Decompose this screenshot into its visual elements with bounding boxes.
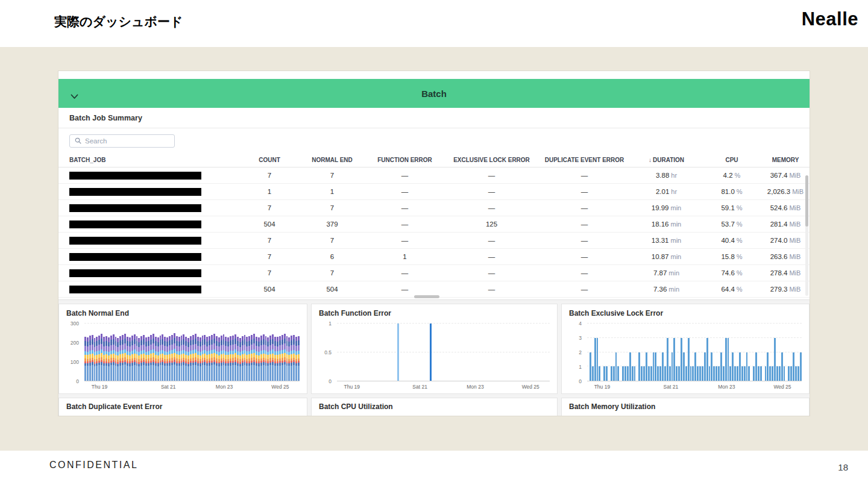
bar-segment	[251, 354, 253, 358]
bar-segment	[153, 343, 154, 349]
chart-bar	[298, 336, 300, 381]
bar-segment	[150, 345, 152, 350]
bar-segment	[176, 354, 178, 358]
chart-bar	[800, 352, 802, 381]
chart-body: 01234 Thu 19Sat 21Mon 23Wed 25	[562, 320, 809, 393]
bar-segment	[221, 366, 222, 381]
column-header-cpu[interactable]: CPU	[702, 152, 761, 167]
bar-segment	[200, 342, 201, 346]
chart-bar	[632, 366, 634, 381]
column-header-duration[interactable]: ↓DURATION	[631, 152, 702, 167]
bar-segment	[176, 336, 178, 340]
bar-segment	[281, 345, 283, 350]
bar-segment	[169, 336, 171, 340]
chart-panel-batch-normal-end[interactable]: Batch Normal End 0100200300 Thu 19Sat 21…	[58, 304, 307, 394]
bar-segment	[171, 340, 173, 345]
bar-segment	[155, 341, 157, 346]
column-header-batch-job[interactable]: BATCH_JOB	[58, 152, 239, 167]
bars-container	[587, 324, 802, 381]
collapse-chevron-icon[interactable]	[71, 91, 78, 102]
search-box[interactable]	[69, 134, 175, 148]
column-header-function-error[interactable]: FUNCTION ERROR	[365, 152, 445, 167]
chart-bar	[211, 335, 213, 381]
bar-segment	[162, 334, 163, 339]
chart-panel-batch-function-error[interactable]: Batch Function Error 00.51 Thu 19Sat 21M…	[311, 304, 558, 394]
chart-panel-batch-duplicate-event-error[interactable]: Batch Duplicate Event Error	[58, 398, 307, 416]
bar-segment	[227, 346, 229, 352]
chart-bar	[258, 337, 260, 381]
chart-bar	[204, 335, 206, 381]
table-row[interactable]: 77———7.87min74.6%278.4MiB	[58, 265, 810, 281]
bar-segment	[195, 344, 197, 349]
bar-segment	[234, 365, 236, 381]
search-input[interactable]	[85, 137, 169, 145]
chart-bar	[92, 335, 93, 381]
chart-bar	[790, 366, 792, 381]
bar-segment	[281, 354, 283, 358]
bar-segment	[103, 346, 105, 352]
column-header-duplicate-event-error[interactable]: DUPLICATE EVENT ERROR	[538, 152, 631, 167]
x-tick-label: Sat 21	[161, 384, 176, 390]
table-row[interactable]: 77———13.31min40.4%274.0MiB	[58, 233, 810, 249]
bar-segment	[195, 334, 197, 339]
bar-segment	[119, 354, 121, 358]
table-cell-batch-job	[58, 265, 239, 281]
bar-segment	[223, 345, 225, 350]
chart-bar	[200, 337, 201, 381]
table-row[interactable]: 504379—125—18.16min53.7%281.4MiB	[58, 216, 810, 233]
bar-segment	[176, 346, 178, 351]
table-cell-count: 7	[239, 200, 300, 216]
chart-bar	[590, 352, 591, 381]
bar-segment	[260, 366, 262, 381]
batch-group-header[interactable]: Batch	[58, 79, 810, 108]
table-row[interactable]: 761——10.87min15.8%263.6MiB	[58, 249, 810, 265]
bar-segment	[148, 355, 149, 359]
bar-segment	[138, 338, 140, 342]
bar-segment	[136, 341, 138, 346]
bar-segment	[150, 365, 152, 381]
vertical-scrollbar[interactable]	[805, 175, 808, 296]
table-row[interactable]: 77———19.99min59.1%524.6MiB	[58, 200, 810, 216]
horizontal-scrollbar-thumb[interactable]	[414, 295, 439, 298]
chart-bar	[295, 337, 297, 381]
table-cell-duration: 10.87min	[631, 249, 702, 265]
column-header-count[interactable]: COUNT	[239, 152, 300, 167]
bar-segment	[187, 338, 189, 342]
chart-bar	[702, 366, 703, 381]
bar-segment	[211, 335, 213, 340]
bar-segment	[110, 336, 112, 340]
chart-panel-batch-cpu-utilization[interactable]: Batch CPU Utilization	[311, 398, 558, 416]
column-header-normal-end[interactable]: NORMAL END	[300, 152, 365, 167]
bar-segment	[122, 345, 124, 350]
chart-bar	[622, 366, 624, 381]
bar-segment	[248, 341, 250, 346]
chart-bar	[171, 335, 173, 381]
chart-panel-batch-exclusive-lock-error[interactable]: Batch Exclusive Lock Error 01234 Thu 19S…	[561, 304, 810, 394]
bar-segment	[190, 354, 192, 358]
column-header-exclusive-lock-error[interactable]: EXCLUSIVE LOCK ERROR	[445, 152, 538, 167]
chart-bar	[697, 366, 699, 381]
chart-bar	[202, 336, 204, 381]
chart-bar	[669, 366, 671, 381]
column-header-memory[interactable]: MEMORY	[761, 152, 810, 167]
chart-panel-batch-memory-utilization[interactable]: Batch Memory Utilization	[561, 398, 810, 416]
table-row[interactable]: 77———3.88hr4.2%367.4MiB	[58, 167, 810, 184]
table-row[interactable]: 11———2.01hr81.0%2,026.3MiB	[58, 184, 810, 200]
bar-segment	[105, 366, 107, 381]
bar-segment	[103, 366, 105, 381]
chart-title: Batch CPU Utilization	[312, 398, 557, 413]
bar-segment	[181, 354, 183, 358]
bar-segment	[204, 339, 206, 344]
chart-bar	[225, 337, 227, 381]
bar-segment	[209, 345, 210, 351]
chart-bar	[103, 337, 105, 381]
bar-segment	[206, 366, 208, 381]
bar-segment	[134, 354, 136, 358]
bar-segment	[197, 341, 199, 346]
bar-segment	[286, 346, 288, 351]
bar-segment	[92, 339, 93, 344]
bar-segment	[169, 345, 171, 351]
chart-bar	[753, 366, 755, 381]
vertical-scrollbar-thumb[interactable]	[805, 175, 808, 227]
bar-segment	[129, 346, 131, 352]
